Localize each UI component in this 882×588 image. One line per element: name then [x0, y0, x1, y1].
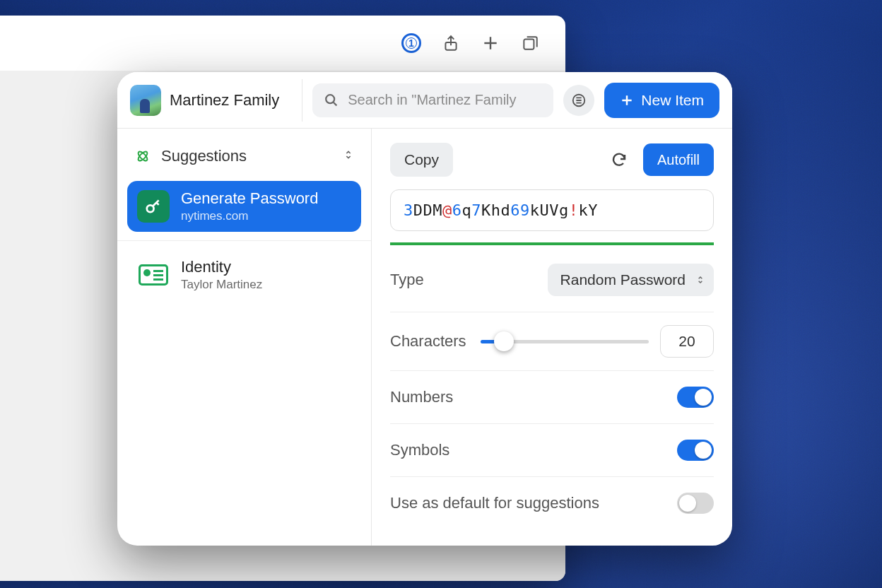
regenerate-button[interactable] — [605, 146, 633, 174]
setting-row-numbers: Numbers — [390, 371, 714, 424]
characters-slider[interactable] — [481, 340, 649, 343]
sidebar-item-generate-password[interactable]: Generate Password nytimes.com — [127, 181, 361, 232]
action-row: Copy Autofill — [390, 143, 714, 177]
characters-value[interactable]: 20 — [660, 325, 714, 358]
account-switcher[interactable]: Martinez Family — [130, 72, 292, 128]
slider-thumb[interactable] — [494, 331, 514, 351]
setting-row-type: Type Random Password — [390, 248, 714, 312]
setting-label: Use as default for suggestions — [390, 494, 599, 512]
setting-label: Type — [390, 271, 424, 289]
setting-row-characters: Characters 20 — [390, 312, 714, 371]
setting-row-symbols: Symbols — [390, 424, 714, 477]
sidebar-section-header[interactable]: Suggestions — [127, 137, 361, 178]
sidebar: Suggestions Generate Password — [117, 129, 372, 546]
extension-popup: Martinez Family New Item — [117, 72, 732, 546]
refresh-icon — [611, 151, 628, 168]
numbers-toggle[interactable] — [677, 387, 714, 408]
list-icon — [571, 93, 587, 108]
divider — [117, 240, 371, 241]
generated-password[interactable]: 3DDM@6q7Khd69kUVg!kY — [390, 189, 714, 231]
type-select[interactable]: Random Password — [548, 264, 714, 296]
item-title: Identity — [181, 258, 262, 276]
extension-glyph: 1 — [408, 37, 414, 49]
detail-pane: Copy Autofill 3DDM@6q7Khd69kUVg!kY Type … — [372, 129, 732, 546]
identity-icon — [137, 259, 170, 291]
plus-icon — [620, 93, 634, 107]
divider — [302, 79, 302, 122]
popup-body: Suggestions Generate Password — [117, 129, 732, 546]
sidebar-section-label: Suggestions — [161, 147, 247, 165]
setting-row-default: Use as default for suggestions — [390, 477, 714, 529]
chevron-updown-icon — [343, 149, 354, 163]
search-field[interactable] — [312, 83, 553, 117]
copy-button[interactable]: Copy — [390, 143, 453, 177]
share-icon[interactable] — [441, 33, 461, 53]
item-subtitle: Taylor Martinez — [181, 278, 262, 292]
view-options-button[interactable] — [563, 85, 594, 116]
account-name: Martinez Family — [170, 91, 279, 110]
sidebar-item-identity[interactable]: Identity Taylor Martinez — [127, 249, 361, 300]
symbols-toggle[interactable] — [677, 440, 714, 461]
autofill-button[interactable]: Autofill — [643, 143, 714, 176]
svg-point-2 — [326, 95, 334, 103]
setting-label: Numbers — [390, 388, 453, 406]
setting-label: Symbols — [390, 441, 449, 459]
tabs-icon[interactable] — [520, 33, 540, 53]
chevron-updown-icon — [695, 275, 705, 285]
item-subtitle: nytimes.com — [181, 209, 318, 223]
new-item-label: New Item — [641, 92, 704, 109]
search-icon — [324, 93, 339, 108]
type-value: Random Password — [560, 271, 686, 288]
extension-icon[interactable]: 1 — [401, 33, 421, 53]
default-toggle[interactable] — [677, 493, 714, 514]
account-avatar — [130, 85, 161, 116]
browser-toolbar: 1 — [0, 16, 565, 71]
setting-label: Characters — [390, 332, 466, 351]
suggestions-icon — [134, 148, 151, 165]
item-title: Generate Password — [181, 189, 318, 208]
search-input[interactable] — [348, 92, 542, 108]
popup-header: Martinez Family New Item — [117, 72, 732, 129]
key-icon — [137, 190, 170, 223]
plus-icon[interactable] — [481, 33, 500, 53]
svg-rect-1 — [524, 40, 534, 49]
strength-bar — [390, 242, 714, 245]
new-item-button[interactable]: New Item — [604, 83, 719, 118]
